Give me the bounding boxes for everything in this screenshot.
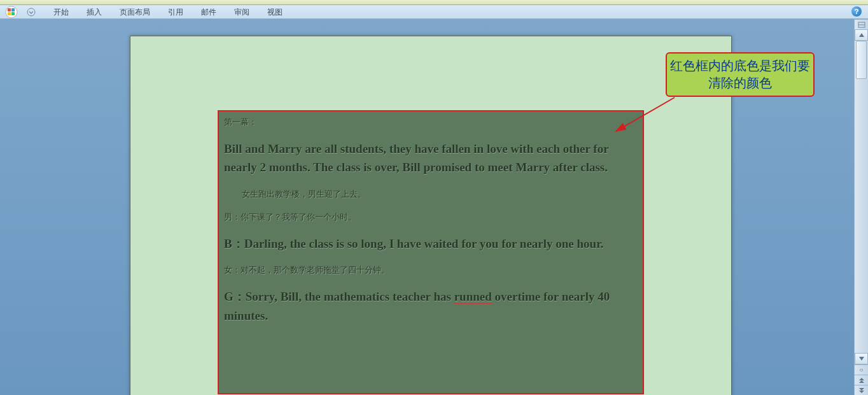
callout-text: 红色框内的底色是我们要清除的颜色	[667, 57, 813, 92]
spellcheck-underline: runned	[454, 290, 492, 304]
en-line-2-pre: G：Sorry, Bill, the mathematics teacher h…	[224, 290, 454, 303]
tab-view[interactable]: 视图	[258, 5, 291, 19]
browse-object-icon[interactable]: ○	[855, 364, 868, 375]
office-button[interactable]	[3, 5, 20, 19]
cn-line-2: 女：对不起，那个数学老师拖堂了四十分钟。	[224, 264, 638, 276]
svg-rect-2	[11, 8, 15, 11]
help-icon[interactable]: ?	[851, 6, 862, 17]
stage-direction: 女生跑出教学楼，男生迎了上去。	[224, 189, 638, 200]
document-page: 第一幕： Bill and Marry are all students, th…	[130, 36, 732, 395]
annotation-arrow	[611, 94, 681, 145]
tab-home[interactable]: 开始	[45, 5, 78, 19]
ribbon-tabs: 开始 插入 页面布局 引用 邮件 审阅 视图	[45, 5, 291, 19]
qat-dropdown[interactable]	[25, 6, 37, 18]
svg-rect-4	[11, 12, 15, 15]
tab-insert[interactable]: 插入	[78, 5, 111, 19]
scroll-thumb[interactable]	[856, 41, 867, 79]
scroll-up-button[interactable]	[855, 29, 868, 41]
tab-mailings[interactable]: 邮件	[192, 5, 225, 19]
svg-rect-5	[27, 8, 35, 16]
tab-page-layout[interactable]: 页面布局	[111, 5, 159, 19]
scene-label: 第一幕：	[224, 117, 638, 128]
paragraph-1: Bill and Marry are all students, they ha…	[224, 140, 638, 177]
ribbon-tabs-bar: 开始 插入 页面布局 引用 邮件 审阅 视图 ?	[0, 5, 868, 19]
svg-line-6	[616, 97, 675, 131]
ruler-toggle-icon[interactable]	[855, 19, 868, 29]
scroll-track[interactable]	[855, 41, 868, 353]
annotation-callout: 红色框内的底色是我们要清除的颜色	[666, 52, 815, 97]
tab-references[interactable]: 引用	[159, 5, 192, 19]
svg-rect-3	[8, 12, 11, 15]
vertical-scrollbar[interactable]: ○	[854, 19, 868, 395]
en-line-2: G：Sorry, Bill, the mathematics teacher h…	[224, 287, 638, 325]
prev-page-icon[interactable]	[855, 375, 868, 385]
next-page-icon[interactable]	[855, 385, 868, 395]
cn-line-1: 男：你下课了？我等了你一个小时。	[224, 212, 638, 223]
tab-review[interactable]: 审阅	[225, 5, 258, 19]
svg-rect-1	[8, 8, 11, 11]
scroll-down-button[interactable]	[855, 353, 868, 364]
en-line-1: B：Darling, the class is so long, I have …	[224, 234, 638, 253]
shaded-text-block: 第一幕： Bill and Marry are all students, th…	[218, 110, 644, 394]
